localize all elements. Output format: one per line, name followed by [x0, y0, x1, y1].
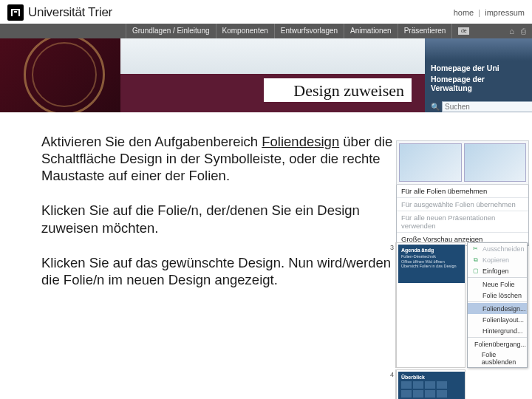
slide-title: Überblick — [401, 375, 462, 380]
impressum-link[interactable]: impressum — [485, 8, 525, 17]
ctx-ausblenden[interactable]: Folie ausblenden — [468, 349, 527, 367]
paste-icon: ▢ — [471, 267, 480, 275]
toolbar-icons: ⌂ ⎙ — [509, 27, 528, 35]
search-icon: 🔍 — [431, 103, 440, 111]
menu-item-animationen[interactable]: Animationen — [344, 24, 398, 38]
hero-seal-panel — [0, 38, 120, 112]
ctx-sep — [468, 301, 527, 302]
thumb-grid — [401, 390, 462, 398]
menu-item-grundlagen[interactable]: Grundlagen / Einleitung — [126, 24, 216, 38]
slide-bullet: Übersicht Folien in das Design — [401, 264, 462, 269]
ctx-cut: ✂Ausschneiden — [468, 243, 527, 254]
link-homepage-uni[interactable]: Homepage der Uni — [431, 64, 526, 72]
seal-icon — [24, 38, 105, 112]
paragraph-1: Aktivieren Sie den Aufgabenbereich Folie… — [41, 133, 403, 184]
hero: Design zuweisen Homepage der Uni Homepag… — [0, 38, 532, 112]
design-option-selected: Für ausgewählte Folien übernehmen — [397, 198, 528, 211]
search-input[interactable] — [442, 101, 532, 112]
thumb-grid — [401, 381, 462, 389]
ctx-foliendesign[interactable]: Foliendesign... — [468, 303, 527, 314]
ctx-delete-slide[interactable]: Folie löschen — [468, 290, 527, 301]
slide-bullet: Folien-Désétechnik — [401, 254, 462, 259]
slide-thumb[interactable]: Überblick — [398, 372, 465, 399]
p1-a: Aktivieren Sie den Aufgabenbereich — [41, 134, 262, 149]
logo: Universität Trier — [7, 4, 112, 21]
ctx-sep — [468, 277, 527, 278]
slide-row: 3 Agenda ändg Folien-Désétechnik Office … — [389, 242, 529, 368]
menu-item-komponenten[interactable]: Komponenten — [216, 24, 275, 38]
design-dropdown-panel: Für alle Folien übernehmen Für ausgewähl… — [396, 140, 529, 246]
slide-title: Agenda ändg — [401, 248, 462, 253]
paragraph-3: Klicken Sie auf das gewünschte Design. N… — [41, 254, 403, 288]
logo-text: Universität Trier — [28, 5, 112, 20]
context-menu: ✂Ausschneiden ⧉Kopieren ▢Einfügen Neue F… — [467, 242, 528, 368]
slide-number: 3 — [389, 242, 396, 368]
logo-badge-icon — [7, 4, 24, 21]
design-thumb[interactable] — [399, 143, 462, 182]
page-title-wrap: Design zuweisen — [120, 74, 425, 106]
design-dropdown-menu: Für alle Folien übernehmen Für ausgewähl… — [396, 185, 529, 246]
slide-sorter-panel: 3 Agenda ändg Folien-Désétechnik Office … — [389, 242, 529, 399]
page-title: Design zuweisen — [264, 78, 412, 102]
svg-rect-3 — [11, 9, 20, 10]
hero-sidebar: Homepage der Uni Homepage der Verwaltung… — [425, 38, 532, 112]
design-thumbnails — [396, 140, 529, 185]
search-wrap: 🔍 — [431, 101, 526, 112]
ctx-hintergrund[interactable]: Hintergrund... — [468, 325, 527, 336]
paragraph-2: Klicken Sie auf die Folie/n, der/denen S… — [41, 202, 403, 236]
hero-sidebar-gradient — [425, 38, 532, 61]
link-homepage-verwaltung[interactable]: Homepage der Verwaltung — [431, 75, 526, 92]
copy-icon: ⧉ — [471, 256, 480, 264]
p1-underline: Foliendesign — [262, 134, 339, 149]
slide-row: 4 Überblick — [389, 369, 529, 399]
design-option-newpres: Für alle neuen Präsentationen verwenden — [397, 211, 528, 233]
ctx-sep — [468, 337, 527, 338]
menubar: Grundlagen / Einleitung Komponenten Entw… — [0, 24, 532, 38]
slide-bullet: Office öffnen Wid öffnen — [401, 259, 462, 265]
ctx-uebergang[interactable]: Folienübergang... — [468, 338, 527, 349]
slide-number: 4 — [389, 369, 396, 399]
home-link[interactable]: home — [454, 8, 474, 17]
svg-rect-2 — [14, 11, 17, 13]
slide-holder: Überblick — [396, 369, 466, 399]
design-thumb[interactable] — [464, 143, 527, 182]
menu-item-praesentieren[interactable]: Präsentieren — [398, 24, 453, 38]
slide-holder: Agenda ändg Folien-Désétechnik Office öf… — [396, 242, 466, 368]
topbar: Universität Trier home | impressum — [0, 0, 532, 24]
design-option-all[interactable]: Für alle Folien übernehmen — [397, 185, 528, 198]
ctx-copy: ⧉Kopieren — [468, 254, 527, 265]
ctx-folienlayout[interactable]: Folienlayout... — [468, 314, 527, 325]
ctx-new-slide[interactable]: Neue Folie — [468, 279, 527, 290]
utility-separator: | — [478, 8, 480, 17]
cut-icon: ✂ — [471, 245, 480, 253]
slide-thumb[interactable]: Agenda ändg Folien-Désétechnik Office öf… — [398, 245, 465, 283]
utility-links: home | impressum — [454, 8, 525, 17]
hero-mid: Design zuweisen — [120, 38, 425, 112]
menu-item-entwurfsvorlagen[interactable]: Entwurfsvorlagen — [275, 24, 344, 38]
ctx-paste[interactable]: ▢Einfügen — [468, 265, 527, 276]
language-flag[interactable]: de — [458, 27, 469, 35]
